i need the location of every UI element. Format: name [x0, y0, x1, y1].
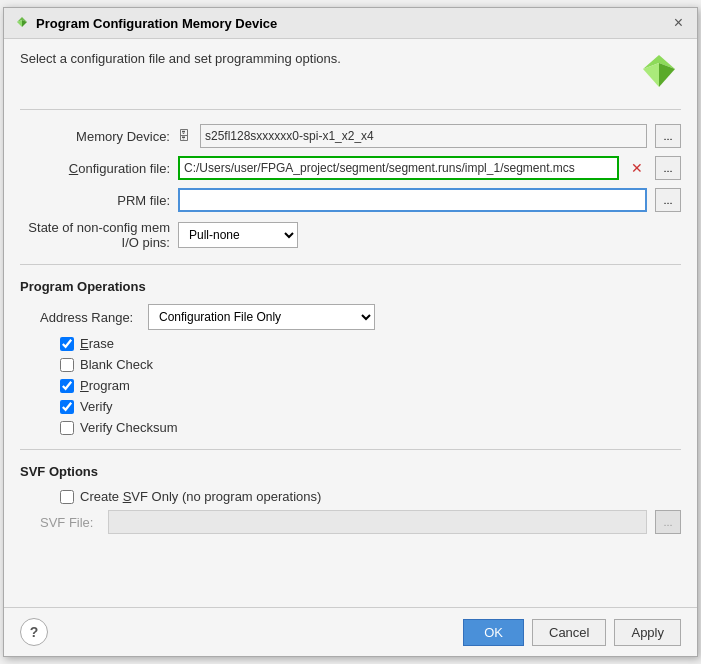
config-file-row: Configuration file: ✕ ...: [20, 156, 681, 180]
state-row: State of non-config mem I/O pins: Pull-n…: [20, 220, 681, 250]
verify-row: Verify: [60, 399, 681, 414]
config-file-input[interactable]: [178, 156, 619, 180]
program-row: Program: [60, 378, 681, 393]
prm-file-label: PRM file:: [20, 193, 170, 208]
dialog-title: Program Configuration Memory Device: [36, 16, 277, 31]
svf-file-label: SVF File:: [40, 515, 100, 530]
memory-device-browse-button[interactable]: ...: [655, 124, 681, 148]
create-svf-checkbox[interactable]: [60, 490, 74, 504]
vivado-small-icon: [14, 15, 30, 31]
erase-row: Erase: [60, 336, 681, 351]
state-select[interactable]: Pull-none Pull-up Pull-down: [178, 222, 298, 248]
program-checkbox[interactable]: [60, 379, 74, 393]
blank-check-row: Blank Check: [60, 357, 681, 372]
vivado-logo-icon: [637, 51, 681, 95]
svf-file-input: [108, 510, 647, 534]
address-range-select[interactable]: Configuration File Only Entire Configura…: [148, 304, 375, 330]
svf-file-row: SVF File: ...: [20, 510, 681, 534]
erase-label[interactable]: Erase: [80, 336, 114, 351]
verify-checkbox[interactable]: [60, 400, 74, 414]
svf-options-section: SVF Options Create SVF Only (no program …: [20, 464, 681, 534]
lower-divider: [20, 449, 681, 450]
program-operations-section: Program Operations Address Range: Config…: [20, 279, 681, 435]
form-section: Memory Device: 🗄 ... Configuration file:…: [20, 124, 681, 250]
memory-device-input[interactable]: [200, 124, 647, 148]
program-config-dialog: Program Configuration Memory Device × Se…: [3, 7, 698, 657]
state-label: State of non-config mem I/O pins:: [20, 220, 170, 250]
verify-checksum-label[interactable]: Verify Checksum: [80, 420, 178, 435]
svg-marker-4: [659, 63, 675, 87]
ok-button[interactable]: OK: [463, 619, 524, 646]
prm-file-row: PRM file: ...: [20, 188, 681, 212]
blank-check-label[interactable]: Blank Check: [80, 357, 153, 372]
program-operations-title: Program Operations: [20, 279, 681, 294]
create-svf-row: Create SVF Only (no program operations): [60, 489, 681, 504]
config-file-browse-button[interactable]: ...: [655, 156, 681, 180]
apply-button[interactable]: Apply: [614, 619, 681, 646]
config-file-clear-button[interactable]: ✕: [627, 158, 647, 178]
middle-divider: [20, 264, 681, 265]
verify-checksum-row: Verify Checksum: [60, 420, 681, 435]
top-divider: [20, 109, 681, 110]
svf-file-browse-button: ...: [655, 510, 681, 534]
blank-check-checkbox[interactable]: [60, 358, 74, 372]
svg-marker-2: [17, 20, 22, 27]
svg-marker-1: [22, 20, 27, 27]
cancel-button[interactable]: Cancel: [532, 619, 606, 646]
svf-options-title: SVF Options: [20, 464, 681, 479]
memory-device-row: Memory Device: 🗄 ...: [20, 124, 681, 148]
erase-checkbox[interactable]: [60, 337, 74, 351]
address-range-row: Address Range: Configuration File Only E…: [40, 304, 681, 330]
verify-label[interactable]: Verify: [80, 399, 113, 414]
db-icon: 🗄: [178, 129, 190, 143]
prm-file-input[interactable]: [178, 188, 647, 212]
program-label[interactable]: Program: [80, 378, 130, 393]
prm-file-browse-button[interactable]: ...: [655, 188, 681, 212]
title-bar-left: Program Configuration Memory Device: [14, 15, 277, 31]
dialog-footer: ? OK Cancel Apply: [4, 607, 697, 656]
verify-checksum-checkbox[interactable]: [60, 421, 74, 435]
footer-buttons: OK Cancel Apply: [463, 619, 681, 646]
help-button[interactable]: ?: [20, 618, 48, 646]
header-text: Select a configuration file and set prog…: [20, 51, 637, 66]
title-bar: Program Configuration Memory Device ×: [4, 8, 697, 39]
memory-device-label: Memory Device:: [20, 129, 170, 144]
create-svf-label[interactable]: Create SVF Only (no program operations): [80, 489, 321, 504]
address-range-label: Address Range:: [40, 310, 140, 325]
svg-marker-5: [643, 63, 659, 87]
header-row: Select a configuration file and set prog…: [20, 51, 681, 95]
config-file-label: Configuration file:: [20, 161, 170, 176]
dialog-body: Select a configuration file and set prog…: [4, 39, 697, 607]
close-button[interactable]: ×: [670, 14, 687, 32]
